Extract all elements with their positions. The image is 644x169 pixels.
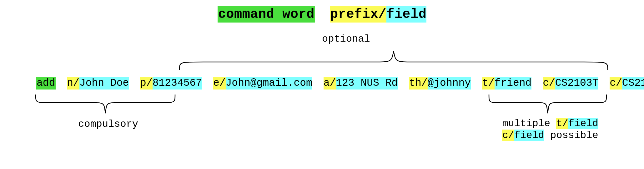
segment-name: n/John Doe <box>67 77 129 90</box>
legend-field: field <box>386 6 427 23</box>
segment-address: a/123 NUS Rd <box>324 77 398 90</box>
command-line: add n/John Doe p/81234567 e/John@gmail.c… <box>36 77 644 90</box>
legend: command wordprefix/field <box>0 7 644 22</box>
diagram-root: command wordprefix/field optional add n/… <box>0 0 644 169</box>
legend-prefix: prefix/ <box>330 6 386 23</box>
annotation-optional: optional <box>322 33 370 45</box>
command-word-token: add <box>36 77 56 90</box>
annotation-multiple-line1: multiple t/field <box>497 118 603 130</box>
segment-course-2: c/CS2101 <box>610 77 644 90</box>
annotation-compulsory: compulsory <box>78 118 138 130</box>
brace-compulsory-icon <box>34 93 176 115</box>
annotation-multiple-line2: c/field possible <box>497 130 603 141</box>
brace-multiple-icon <box>488 93 608 115</box>
segment-phone: p/81234567 <box>140 77 202 90</box>
segment-email: e/John@gmail.com <box>213 77 312 90</box>
annotation-multiple: multiple t/field c/field possible <box>497 118 603 142</box>
segment-course-1: c/CS2103T <box>543 77 598 90</box>
segment-telegram: th/@johnny <box>409 77 471 90</box>
brace-optional-icon <box>178 49 609 71</box>
segment-tag: t/friend <box>482 77 531 90</box>
legend-command-word: command word <box>218 6 315 23</box>
